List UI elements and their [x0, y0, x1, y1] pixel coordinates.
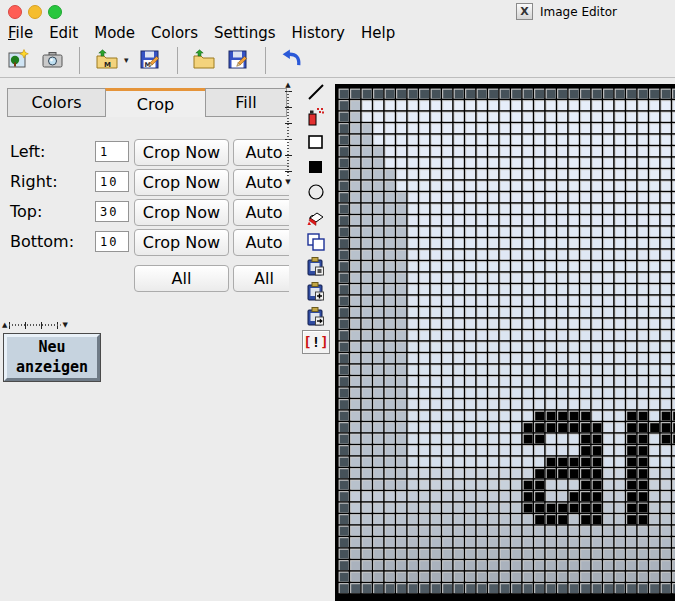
- refresh-view-label-line2: anzeigen: [16, 358, 88, 376]
- zoom-window-button[interactable]: [48, 5, 62, 19]
- tool-palette: [!]: [300, 80, 332, 355]
- toolbar-separator: [265, 47, 266, 74]
- crop-row-all: All All: [0, 265, 289, 293]
- menu-file[interactable]: File: [4, 24, 42, 42]
- sash-ticks: [9, 322, 60, 329]
- canvas-pixel-grid[interactable]: [335, 84, 675, 601]
- menu-help[interactable]: Help: [357, 24, 404, 42]
- alert-tool[interactable]: [!]: [302, 330, 330, 354]
- crop-now-top-button[interactable]: Crop Now: [134, 199, 229, 226]
- paste-move-tool[interactable]: [302, 305, 330, 329]
- paste-tool[interactable]: [302, 255, 330, 279]
- svg-text:M: M: [104, 61, 111, 69]
- crop-top-label: Top:: [10, 202, 42, 221]
- new-image-icon[interactable]: [6, 48, 31, 73]
- sash-down-arrow-icon[interactable]: ▼: [63, 322, 68, 329]
- x11-logo-icon: X: [516, 3, 533, 20]
- sash-ticks: [285, 91, 292, 177]
- rectangle-filled-tool[interactable]: [302, 155, 330, 179]
- crop-left-input[interactable]: [95, 141, 129, 162]
- toolbar-separator: [79, 47, 80, 74]
- horizontal-sash-grip[interactable]: ▲ ▼: [2, 320, 68, 330]
- menu-settings[interactable]: Settings: [210, 24, 285, 42]
- auto-all-button[interactable]: All: [233, 265, 289, 292]
- menubar: FileEditModeColorsSettingsHistoryHelp: [0, 22, 675, 43]
- crop-bottom-label: Bottom:: [10, 232, 74, 251]
- toolbar: M ▾ M: [0, 43, 675, 78]
- refresh-view-button[interactable]: Neu anzeigen: [4, 334, 100, 381]
- left-panel: Colors Crop Fill Left: Crop Now Auto Rig…: [0, 80, 289, 601]
- refresh-view-label-line1: Neu: [38, 338, 65, 356]
- crop-right-label: Right:: [10, 172, 58, 191]
- undo-icon[interactable]: [280, 48, 305, 73]
- menu-colors[interactable]: Colors: [147, 24, 207, 42]
- ellipse-tool[interactable]: [302, 180, 330, 204]
- menu-edit[interactable]: Edit: [45, 24, 87, 42]
- crop-top-input[interactable]: [95, 201, 129, 222]
- tab-colors[interactable]: Colors: [7, 88, 106, 117]
- titlebar: X Image Editor: [0, 0, 675, 22]
- auto-top-button[interactable]: Auto: [233, 199, 289, 226]
- copy-tool[interactable]: [302, 230, 330, 254]
- chevron-down-icon[interactable]: ▾: [124, 55, 129, 65]
- save-project-icon[interactable]: M: [138, 48, 163, 73]
- tab-crop[interactable]: Crop: [105, 88, 206, 117]
- minimize-window-button[interactable]: [28, 5, 42, 19]
- crop-right-input[interactable]: [95, 171, 129, 192]
- crop-all-button[interactable]: All: [134, 265, 229, 292]
- image-editor-window: X Image Editor FileEditModeColorsSetting…: [0, 0, 675, 601]
- crop-row-left: Left: Crop Now Auto: [0, 139, 289, 167]
- tab-fill[interactable]: Fill: [205, 88, 287, 117]
- screenshot-icon[interactable]: [40, 48, 65, 73]
- crop-row-right: Right: Crop Now Auto: [0, 169, 289, 197]
- window-title: Image Editor: [540, 5, 617, 19]
- menu-mode[interactable]: Mode: [90, 24, 144, 42]
- crop-left-label: Left:: [10, 142, 46, 161]
- vertical-sash-grip[interactable]: ▲ ▼: [283, 82, 293, 186]
- auto-bottom-button[interactable]: Auto: [233, 229, 289, 256]
- crop-row-bottom: Bottom: Crop Now Auto: [0, 229, 289, 257]
- title-group: X Image Editor: [516, 3, 617, 20]
- crop-now-left-button[interactable]: Crop Now: [134, 139, 229, 166]
- sash-up-arrow-icon[interactable]: ▲: [285, 82, 290, 89]
- save-file-icon[interactable]: [226, 48, 251, 73]
- crop-now-right-button[interactable]: Crop Now: [134, 169, 229, 196]
- spray-tool[interactable]: [302, 105, 330, 129]
- sash-up-arrow-icon[interactable]: ▲: [2, 322, 7, 329]
- menu-history[interactable]: History: [288, 24, 354, 42]
- close-window-button[interactable]: [8, 5, 22, 19]
- line-tool[interactable]: [302, 80, 330, 104]
- crop-row-top: Top: Crop Now Auto: [0, 199, 289, 227]
- crop-bottom-input[interactable]: [95, 231, 129, 252]
- open-file-icon[interactable]: [192, 48, 217, 73]
- toolbar-separator: [177, 47, 178, 74]
- auto-left-button[interactable]: Auto: [233, 139, 289, 166]
- open-project-icon[interactable]: M: [94, 48, 119, 73]
- sash-down-arrow-icon[interactable]: ▼: [285, 179, 290, 186]
- fill-tool[interactable]: [302, 205, 330, 229]
- crop-now-bottom-button[interactable]: Crop Now: [134, 229, 229, 256]
- rectangle-outline-tool[interactable]: [302, 130, 330, 154]
- paste-add-tool[interactable]: [302, 280, 330, 304]
- auto-right-button[interactable]: Auto: [233, 169, 289, 196]
